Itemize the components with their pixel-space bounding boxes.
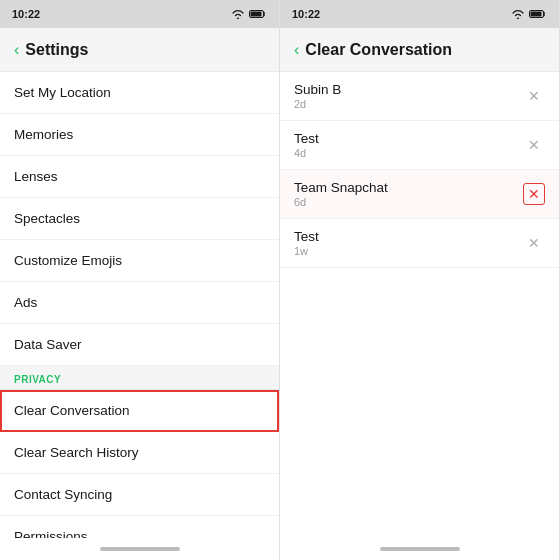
status-icons-left — [231, 9, 267, 19]
conv-time: 4d — [294, 147, 319, 159]
conversation-item: Test4d✕ — [280, 121, 559, 170]
status-bar-left: 10:22 — [0, 0, 279, 28]
clear-conv-title: Clear Conversation — [305, 41, 452, 59]
home-bar-right — [380, 547, 460, 551]
conv-info: Subin B2d — [294, 82, 341, 110]
svg-rect-1 — [251, 12, 262, 17]
settings-item[interactable]: Permissions — [0, 516, 279, 538]
settings-item[interactable]: Clear Conversation — [0, 390, 279, 432]
conv-close-button[interactable]: ✕ — [523, 232, 545, 254]
status-time-right: 10:22 — [292, 8, 320, 20]
battery-icon — [249, 9, 267, 19]
settings-item[interactable]: Clear Search History — [0, 432, 279, 474]
back-arrow-right[interactable]: ‹ — [294, 41, 299, 59]
status-bar-right: 10:22 — [280, 0, 559, 28]
conv-time: 1w — [294, 245, 319, 257]
conv-time: 6d — [294, 196, 388, 208]
conv-info: Test4d — [294, 131, 319, 159]
conv-close-button[interactable]: ✕ — [523, 183, 545, 205]
conv-name: Test — [294, 229, 319, 244]
status-time-left: 10:22 — [12, 8, 40, 20]
clear-conversation-panel: 10:22 ‹ Clear Conversation Subin B2d✕Tes… — [280, 0, 560, 560]
battery-icon-right — [529, 9, 547, 19]
settings-item[interactable]: Contact Syncing — [0, 474, 279, 516]
conv-close-button[interactable]: ✕ — [523, 134, 545, 156]
conv-time: 2d — [294, 98, 341, 110]
settings-item[interactable]: Data Saver — [0, 324, 279, 366]
conv-name: Test — [294, 131, 319, 146]
home-indicator-left — [0, 538, 279, 560]
home-indicator-right — [280, 538, 559, 560]
status-icons-right — [511, 9, 547, 19]
wifi-icon-right — [511, 9, 525, 19]
home-bar-left — [100, 547, 180, 551]
conversation-item: Team Snapchat6d✕ — [280, 170, 559, 219]
conv-name: Subin B — [294, 82, 341, 97]
conv-close-button[interactable]: ✕ — [523, 85, 545, 107]
settings-item[interactable]: Spectacles — [0, 198, 279, 240]
conv-info: Team Snapchat6d — [294, 180, 388, 208]
svg-rect-3 — [531, 12, 542, 17]
conversation-item: Test1w✕ — [280, 219, 559, 268]
conv-name: Team Snapchat — [294, 180, 388, 195]
wifi-icon — [231, 9, 245, 19]
settings-item[interactable]: Memories — [0, 114, 279, 156]
settings-nav-header: ‹ Settings — [0, 28, 279, 72]
settings-list: Set My LocationMemoriesLensesSpectaclesC… — [0, 72, 279, 538]
settings-panel: 10:22 ‹ Settings Set My LocationMemories… — [0, 0, 280, 560]
back-arrow-left[interactable]: ‹ — [14, 41, 19, 59]
conv-info: Test1w — [294, 229, 319, 257]
settings-item[interactable]: Customize Emojis — [0, 240, 279, 282]
settings-item[interactable]: Lenses — [0, 156, 279, 198]
conversation-item: Subin B2d✕ — [280, 72, 559, 121]
settings-item[interactable]: Set My Location — [0, 72, 279, 114]
settings-title: Settings — [25, 41, 88, 59]
section-header: PRIVACY — [0, 366, 279, 390]
clear-conv-nav-header: ‹ Clear Conversation — [280, 28, 559, 72]
conversation-list: Subin B2d✕Test4d✕Team Snapchat6d✕Test1w✕ — [280, 72, 559, 538]
settings-item[interactable]: Ads — [0, 282, 279, 324]
